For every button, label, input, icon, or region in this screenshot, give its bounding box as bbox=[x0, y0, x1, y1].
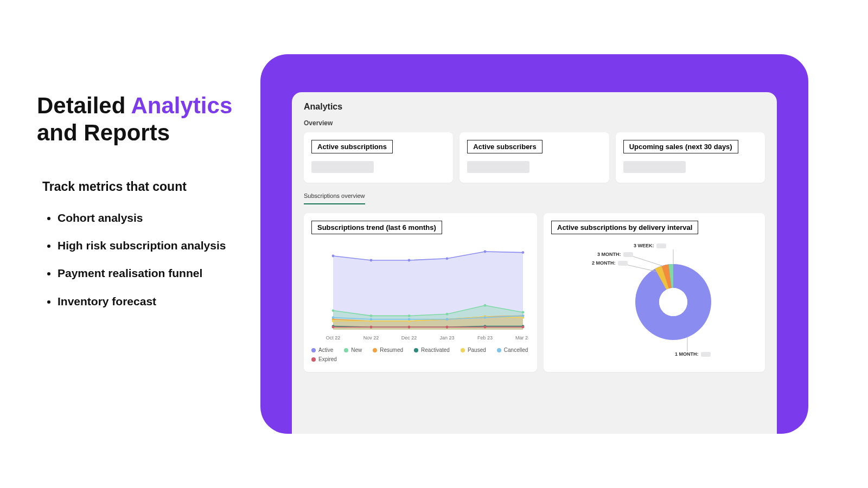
legend-item: New bbox=[344, 347, 362, 353]
svg-point-1 bbox=[370, 259, 373, 262]
skeleton-placeholder bbox=[311, 161, 374, 173]
tab-subscriptions-overview[interactable]: Subscriptions overview bbox=[304, 189, 365, 204]
svg-point-39 bbox=[446, 326, 449, 329]
svg-point-41 bbox=[522, 326, 525, 329]
svg-line-52 bbox=[631, 256, 663, 266]
chart-title: Subscriptions trend (last 6 months) bbox=[311, 221, 442, 234]
svg-point-24 bbox=[332, 320, 335, 323]
svg-text:Feb 23: Feb 23 bbox=[477, 335, 493, 341]
svg-point-8 bbox=[408, 314, 411, 317]
svg-point-0 bbox=[332, 255, 335, 258]
dashboard-title: Analytics bbox=[304, 102, 765, 112]
legend-item: Cancelled bbox=[497, 347, 528, 353]
svg-point-5 bbox=[522, 251, 525, 254]
skeleton-placeholder bbox=[623, 161, 686, 173]
list-item: Payment realisation funnel bbox=[58, 266, 244, 280]
heading-prefix: Detailed bbox=[37, 93, 131, 118]
dashboard-subtitle: Overview bbox=[304, 119, 765, 127]
subheading: Track metrics that count bbox=[37, 179, 244, 194]
chart-title: Active subscriptions by delivery interva… bbox=[551, 221, 698, 234]
trend-legend: ActiveNewResumedReactivatedPausedCancell… bbox=[311, 347, 529, 362]
svg-text:Oct 22: Oct 22 bbox=[326, 335, 341, 341]
trend-chart: Oct 22Nov 22Dec 22Jan 23Feb 23Mar 23 bbox=[311, 240, 528, 343]
svg-point-34 bbox=[484, 316, 487, 319]
svg-text:Jan 23: Jan 23 bbox=[439, 335, 454, 341]
donut-chart bbox=[551, 240, 757, 359]
svg-point-2 bbox=[408, 259, 411, 262]
donut-label-3week: 3 WEEK: bbox=[634, 243, 666, 248]
svg-point-10 bbox=[484, 304, 487, 307]
svg-point-3 bbox=[446, 257, 449, 260]
list-item: Cohort analysis bbox=[58, 210, 244, 225]
skeleton-placeholder bbox=[467, 161, 529, 173]
donut-label-2month: 2 MONTH: bbox=[592, 260, 628, 266]
page-heading: Detailed Analytics and Reports bbox=[37, 92, 244, 147]
svg-point-32 bbox=[408, 318, 411, 320]
donut-label-1month: 1 MONTH: bbox=[675, 351, 711, 357]
chart-card-trend: Subscriptions trend (last 6 months) Oct … bbox=[304, 213, 537, 372]
svg-point-30 bbox=[332, 316, 335, 319]
metric-label: Upcoming sales (next 30 days) bbox=[623, 140, 738, 153]
donut-label-3month: 3 MONTH: bbox=[597, 252, 633, 257]
svg-point-38 bbox=[408, 326, 411, 329]
heading-accent: Analytics bbox=[131, 93, 233, 118]
svg-point-31 bbox=[370, 318, 373, 320]
dashboard-window: Analytics Overview Active subscriptions … bbox=[292, 92, 777, 434]
metric-card-active-subscribers[interactable]: Active subscribers bbox=[459, 132, 609, 183]
screenshot-frame: Analytics Overview Active subscriptions … bbox=[260, 54, 808, 434]
legend-item: Paused bbox=[461, 347, 486, 353]
svg-point-37 bbox=[370, 326, 373, 329]
svg-point-9 bbox=[446, 313, 449, 316]
legend-item: Resumed bbox=[373, 347, 403, 353]
heading-suffix: and Reports bbox=[37, 120, 170, 145]
legend-item: Active bbox=[311, 347, 333, 353]
legend-item: Expired bbox=[311, 356, 337, 362]
feature-list: Cohort analysis High risk subscription a… bbox=[37, 210, 244, 309]
svg-point-6 bbox=[332, 309, 335, 312]
metric-card-active-subscriptions[interactable]: Active subscriptions bbox=[304, 132, 453, 183]
svg-text:Nov 22: Nov 22 bbox=[363, 335, 379, 341]
metric-card-upcoming-sales[interactable]: Upcoming sales (next 30 days) bbox=[616, 132, 765, 183]
svg-point-11 bbox=[522, 311, 525, 314]
svg-point-33 bbox=[446, 318, 449, 320]
list-item: Inventory forecast bbox=[58, 294, 244, 309]
legend-item: Reactivated bbox=[414, 347, 450, 353]
svg-point-7 bbox=[370, 314, 373, 317]
svg-point-36 bbox=[332, 326, 335, 329]
metric-label: Active subscribers bbox=[467, 140, 542, 153]
svg-point-35 bbox=[522, 314, 525, 317]
svg-line-53 bbox=[626, 265, 657, 272]
svg-text:Mar 23: Mar 23 bbox=[515, 335, 528, 341]
svg-point-4 bbox=[484, 251, 487, 253]
svg-point-50 bbox=[659, 288, 687, 316]
svg-point-40 bbox=[484, 326, 487, 329]
metric-label: Active subscriptions bbox=[311, 140, 393, 153]
chart-card-donut: Active subscriptions by delivery interva… bbox=[544, 213, 765, 372]
list-item: High risk subscription analysis bbox=[58, 238, 244, 253]
svg-text:Dec 22: Dec 22 bbox=[401, 335, 417, 341]
